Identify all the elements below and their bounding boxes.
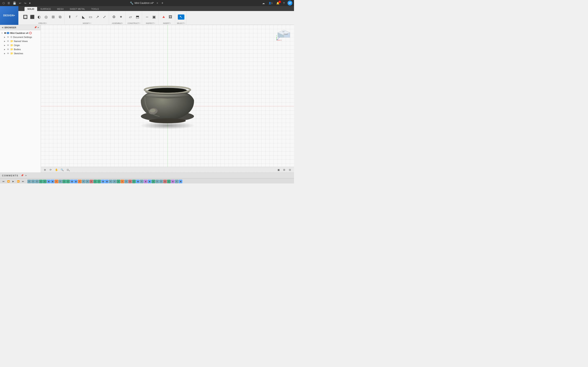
timeline-item[interactable]: ◼ (70, 180, 74, 183)
create-dropdown-arrow[interactable]: ▾ (46, 22, 47, 24)
browser-item-named-views[interactable]: ▶ 👁 📁 Named Views (0, 39, 41, 43)
joint-origin-button[interactable]: ✦ (118, 15, 124, 20)
extrude-button[interactable]: ⬛ (29, 15, 35, 20)
timeline-last-button[interactable]: ⏭ (21, 179, 25, 184)
select-button[interactable]: ↖ (178, 15, 184, 20)
scale-button[interactable]: ⤢ (101, 15, 108, 20)
display-mode-button[interactable]: ▣ (276, 167, 281, 172)
mirror-button[interactable]: ⧉ (57, 15, 63, 20)
user-count[interactable]: 👤1 (268, 1, 273, 5)
shell-button[interactable]: ▭ (87, 15, 94, 20)
joint-button[interactable]: ⚙ (111, 15, 117, 20)
browser-item-bodies[interactable]: ▶ 👁 📁 Bodies (0, 47, 41, 51)
timeline-item[interactable]: ◆ (144, 180, 147, 183)
timeline-item[interactable]: ✕ (121, 180, 124, 183)
viewport[interactable]: RIGHT TOP X Y Z ⊕ ⟳ ✋ 🔍 ⊡ ▾ (41, 25, 294, 173)
zoom-button[interactable]: 🔍 (60, 167, 65, 172)
fit-view-button[interactable]: ⊕ (43, 167, 47, 172)
browser-item-origin[interactable]: ▶ 👁 📁 Origin (0, 43, 41, 47)
new-tab-button[interactable]: + (161, 1, 164, 5)
select-dropdown-arrow[interactable]: ▾ (184, 22, 185, 24)
timeline-item[interactable]: ◼ (148, 180, 151, 183)
notifications-button[interactable]: 🔔 1 (276, 1, 280, 5)
tab-tools[interactable]: TOOLS (88, 7, 102, 11)
timeline-item[interactable]: ✕ (54, 180, 58, 183)
timeline-item[interactable]: ● (97, 180, 101, 183)
timeline-item[interactable]: ✦ (155, 180, 159, 183)
pattern-button[interactable]: ⊞ (50, 15, 56, 20)
tab-sheet-metal[interactable]: SHEET METAL (67, 7, 88, 11)
timeline-item[interactable]: ✦ (82, 180, 85, 183)
insert-mesh-button[interactable]: 🔺 (160, 15, 167, 20)
assemble-dropdown-arrow[interactable]: ▾ (122, 22, 123, 24)
timeline-item[interactable]: ✦ (27, 180, 31, 183)
insert-dropdown-arrow[interactable]: ▾ (170, 22, 171, 24)
hole-button[interactable]: ◎ (43, 15, 49, 20)
timeline-item[interactable]: ✕ (78, 180, 81, 183)
timeline-item[interactable]: ★ (128, 180, 132, 183)
timeline-item[interactable]: ● (167, 180, 171, 183)
timeline-prev-button[interactable]: ⏪ (6, 179, 11, 184)
offset-plane-button[interactable]: ▱ (127, 15, 134, 20)
midplane-button[interactable]: ⬒ (134, 15, 141, 20)
tab-surface[interactable]: SURFACE (38, 7, 54, 11)
timeline-item[interactable]: ★ (89, 180, 93, 183)
browser-item-sketches[interactable]: ▶ 👁 📁 Sketches (0, 51, 41, 55)
new-component-button[interactable]: 🔲 (22, 15, 29, 20)
draft-button[interactable]: ↗ (94, 15, 101, 20)
timeline-item[interactable]: ◼ (101, 180, 105, 183)
timeline-item[interactable]: ✦ (35, 180, 39, 183)
timeline-item[interactable]: ◼ (136, 180, 140, 183)
fillet-button[interactable]: ◜ (73, 15, 80, 20)
timeline-item[interactable]: ◼ (179, 180, 182, 183)
browser-expand-icon[interactable]: ▸ (38, 26, 39, 29)
browser-item-doc-settings[interactable]: ▶ 👁 ⚙ Document Settings (0, 35, 41, 39)
nav-cube[interactable]: RIGHT TOP X Y Z (276, 27, 292, 43)
press-pull-button[interactable]: ⬆ (66, 15, 73, 20)
timeline-item[interactable]: ✦ (86, 180, 89, 183)
modify-dropdown-arrow[interactable]: ▾ (90, 22, 91, 24)
timeline-item[interactable]: ● (62, 180, 66, 183)
browser-pin-icon[interactable]: 📌 (34, 26, 37, 29)
orbit-button[interactable]: ⟳ (48, 167, 53, 172)
timeline-item[interactable]: ✦ (31, 180, 35, 183)
timeline-item[interactable]: ✦ (109, 180, 112, 183)
timeline-item[interactable]: ✦ (113, 180, 116, 183)
timeline-next-button[interactable]: ⏩ (16, 179, 20, 184)
grid-display-button[interactable]: ⊞ (282, 167, 287, 172)
timeline-item[interactable]: ● (93, 180, 97, 183)
timeline-item[interactable]: ◼ (74, 180, 78, 183)
timeline-first-button[interactable]: ⏮ (1, 179, 6, 184)
help-button[interactable]: ? (282, 1, 285, 5)
timeline-item[interactable]: ✦ (159, 180, 163, 183)
timeline-item[interactable]: ◆ (171, 180, 174, 183)
view-options-button[interactable]: ⊟ (287, 167, 292, 172)
comments-pin-icon[interactable]: 📌 (21, 174, 24, 177)
timeline-item[interactable]: ✦ (175, 180, 178, 183)
timeline-item[interactable]: ◼ (51, 180, 54, 183)
chamfer-button[interactable]: ◣ (80, 15, 87, 20)
more-button[interactable]: ▾ (28, 1, 31, 5)
browser-collapse-arrow[interactable]: ◀ (2, 26, 3, 29)
app-icon[interactable]: ⬡ (2, 1, 6, 5)
redo-button[interactable]: ↪ (23, 1, 27, 5)
menu-icon[interactable]: ☰ (7, 1, 11, 5)
timeline-item[interactable]: ● (117, 180, 120, 183)
pan-button[interactable]: ✋ (54, 167, 59, 172)
section-analysis-button[interactable]: ▣ (151, 15, 157, 20)
cloud-icon[interactable]: ☁ (261, 1, 266, 5)
timeline-item[interactable]: ✦ (140, 180, 144, 183)
doc-close-button[interactable]: ✕ (155, 1, 159, 5)
revolve-button[interactable]: ◐ (36, 15, 43, 20)
inspect-dropdown-arrow[interactable]: ▾ (154, 22, 155, 24)
timeline-item[interactable]: ● (151, 180, 155, 183)
timeline-item[interactable]: ◼ (105, 180, 109, 183)
tab-mesh[interactable]: MESH (54, 7, 67, 11)
insert-svg-button[interactable]: 🖼 (167, 15, 174, 20)
zoom-window-button[interactable]: ⊡ ▾ (65, 167, 70, 172)
construct-dropdown-arrow[interactable]: ▾ (139, 22, 140, 24)
tab-solid[interactable]: SOLID (25, 7, 37, 11)
timeline-item[interactable]: ★ (163, 180, 167, 183)
timeline-item[interactable]: ✦ (58, 180, 62, 183)
timeline-item[interactable]: ● (66, 180, 70, 183)
